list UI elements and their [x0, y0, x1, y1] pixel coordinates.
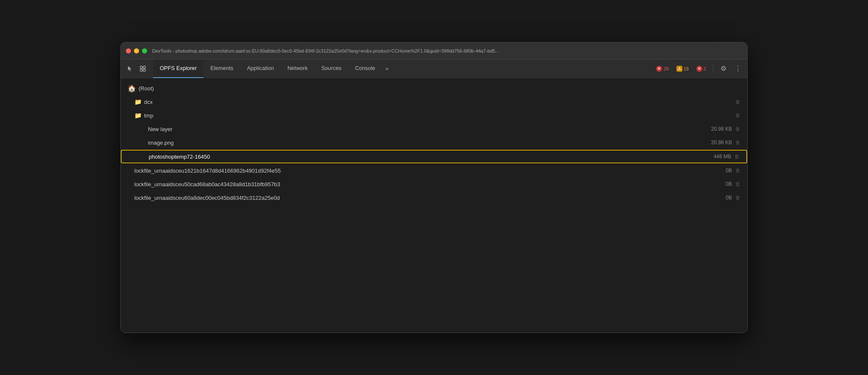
file-size: 0B [726, 195, 732, 201]
root-folder-icon: 🏠 [128, 84, 136, 92]
close-button[interactable] [126, 48, 131, 53]
file-name: lockfile_urnaaidsceu1621b1647d8d4166962b… [134, 168, 726, 174]
tree-row-highlighted[interactable]: photoshoptemp72-16450 448 MB 🗑 [121, 150, 747, 163]
file-name: New layer [148, 126, 711, 132]
tree-row[interactable]: New layer 20.98 KB 🗑 [121, 122, 747, 136]
cursor-icon-btn[interactable] [124, 63, 136, 75]
svg-rect-2 [140, 69, 142, 71]
trash-icon[interactable]: 🗑 [735, 181, 740, 187]
tab-opfs-explorer[interactable]: OPFS Explorer [153, 59, 203, 78]
error-badge[interactable]: ✕ 29 [654, 65, 671, 73]
element-error-icon: ✕ [696, 66, 702, 72]
tree-row[interactable]: 📁 dcx 🗑 [121, 95, 747, 109]
tree-root[interactable]: 🏠 (Root) [121, 81, 747, 95]
svg-rect-0 [140, 66, 142, 68]
more-options-button[interactable]: ⋮ [732, 63, 744, 75]
file-name: dcx [144, 99, 735, 105]
file-size: 20.98 KB [711, 140, 732, 146]
settings-button[interactable]: ⚙ [718, 63, 729, 75]
folder-icon: 📁 [134, 112, 142, 119]
tab-network[interactable]: Network [281, 59, 314, 78]
devtools-window: DevTools - photoshop.adobe.com/id/urn:aa… [120, 42, 748, 333]
window-title: DevTools - photoshop.adobe.com/id/urn:aa… [152, 48, 499, 53]
tab-list: OPFS Explorer Elements Application Netwo… [153, 59, 392, 78]
traffic-lights [126, 48, 147, 53]
tab-more-button[interactable]: » [382, 59, 392, 78]
file-name: image.png [148, 140, 711, 146]
trash-icon[interactable]: 🗑 [735, 126, 740, 132]
tab-elements[interactable]: Elements [203, 59, 240, 78]
main-content: 🏠 (Root) 📁 dcx 🗑 📁 tmp 🗑 New layer 20.98… [121, 78, 747, 333]
toolbar-right: ✕ 29 ⚠ 19 ✕ 2 ⚙ ⋮ [654, 63, 744, 75]
tab-application[interactable]: Application [240, 59, 281, 78]
tree-row[interactable]: 📁 tmp 🗑 [121, 109, 747, 122]
error-icon: ✕ [656, 66, 662, 72]
file-name: photoshoptemp72-16450 [149, 154, 714, 160]
minimize-button[interactable] [134, 48, 139, 53]
toolbar-icon-group [124, 63, 149, 75]
file-size: 20.98 KB [711, 126, 732, 132]
tree-row[interactable]: lockfile_urnaaidsceu1621b1647d8d4166962b… [121, 164, 747, 177]
tab-console[interactable]: Console [348, 59, 382, 78]
file-name: tmp [144, 112, 735, 119]
file-size: 448 MB [714, 154, 731, 160]
trash-icon[interactable]: 🗑 [734, 154, 740, 160]
svg-rect-3 [143, 69, 145, 71]
title-bar: DevTools - photoshop.adobe.com/id/urn:aa… [121, 42, 747, 59]
file-size: 0B [726, 181, 732, 187]
root-label: (Root) [139, 85, 740, 92]
file-size: 0B [726, 168, 732, 174]
warning-badge[interactable]: ⚠ 19 [674, 65, 691, 73]
svg-rect-1 [143, 66, 145, 68]
file-name: lockfile_urnaaidsceu60a8dec00ec045bd834f… [134, 195, 726, 201]
trash-icon[interactable]: 🗑 [735, 112, 740, 118]
trash-icon[interactable]: 🗑 [735, 195, 740, 201]
trash-icon[interactable]: 🗑 [735, 140, 740, 146]
tree-row[interactable]: lockfile_urnaaidsceu60a8dec00ec045bd834f… [121, 191, 747, 204]
folder-icon: 📁 [134, 98, 142, 105]
devtools-toolbar: OPFS Explorer Elements Application Netwo… [121, 59, 747, 78]
trash-icon[interactable]: 🗑 [735, 168, 740, 174]
warning-icon: ⚠ [676, 66, 682, 72]
maximize-button[interactable] [142, 48, 147, 53]
inspect-icon-btn[interactable] [137, 63, 149, 75]
toolbar-divider [713, 64, 713, 73]
file-name: lockfile_urnaaidsceu50cad68ab0ac43428a8d… [134, 181, 726, 188]
tree-row[interactable]: image.png 20.98 KB 🗑 [121, 136, 747, 149]
tree-row[interactable]: lockfile_urnaaidsceu50cad68ab0ac43428a8d… [121, 177, 747, 191]
tab-sources[interactable]: Sources [314, 59, 348, 78]
element-error-badge[interactable]: ✕ 2 [694, 65, 709, 73]
file-tree: 🏠 (Root) 📁 dcx 🗑 📁 tmp 🗑 New layer 20.98… [121, 81, 747, 204]
trash-icon[interactable]: 🗑 [735, 99, 740, 105]
